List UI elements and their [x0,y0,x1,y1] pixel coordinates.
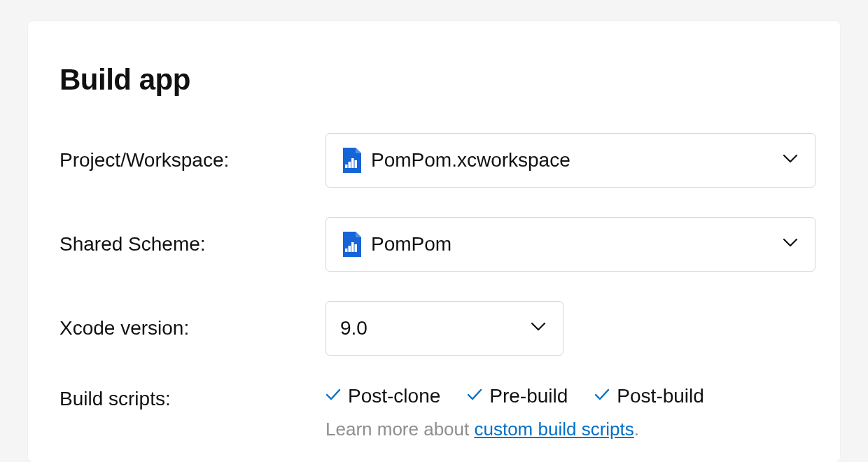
script-pre-build: Pre-build [467,385,568,407]
custom-build-scripts-link[interactable]: custom build scripts [474,419,634,440]
check-icon [594,388,610,404]
build-scripts-group: Post-clone Pre-build [326,385,808,407]
svg-rect-5 [349,246,351,252]
build-settings-card: Build app Project/Workspace: [28,21,840,462]
svg-rect-1 [349,162,351,168]
shared-scheme-dropdown[interactable]: PomPom [326,217,816,272]
build-scripts-label: Build scripts: [59,385,326,410]
project-workspace-row: Project/Workspace: PomPom.xc [59,133,808,188]
xcode-version-label: Xcode version: [59,317,326,340]
check-icon [326,388,341,404]
project-workspace-dropdown[interactable]: PomPom.xcworkspace [326,133,816,188]
svg-rect-4 [345,248,348,252]
xcode-file-icon [340,148,361,173]
chevron-down-icon [531,322,546,335]
xcode-version-row: Xcode version: 9.0 [59,301,808,356]
svg-rect-3 [355,160,358,168]
script-label: Post-build [617,385,704,407]
xcode-version-value: 9.0 [340,317,531,340]
shared-scheme-row: Shared Scheme: PomPom [59,217,808,272]
page-title: Build app [59,63,808,97]
svg-rect-6 [351,242,354,252]
svg-rect-7 [355,244,358,252]
script-post-clone: Post-clone [326,385,440,407]
build-scripts-row: Build scripts: Post-clone [59,385,808,440]
project-workspace-label: Project/Workspace: [59,149,326,172]
script-label: Pre-build [489,385,568,407]
chevron-down-icon [783,154,798,167]
xcode-file-icon [340,232,361,257]
build-scripts-help: Learn more about custom build scripts. [326,419,808,440]
check-icon [467,388,482,404]
shared-scheme-label: Shared Scheme: [59,233,326,255]
svg-rect-0 [345,164,348,168]
svg-rect-2 [351,158,354,168]
xcode-version-dropdown[interactable]: 9.0 [326,301,564,356]
script-post-build: Post-build [594,385,704,407]
shared-scheme-value: PomPom [371,233,783,255]
project-workspace-value: PomPom.xcworkspace [371,149,783,172]
chevron-down-icon [783,238,798,251]
script-label: Post-clone [348,385,440,407]
